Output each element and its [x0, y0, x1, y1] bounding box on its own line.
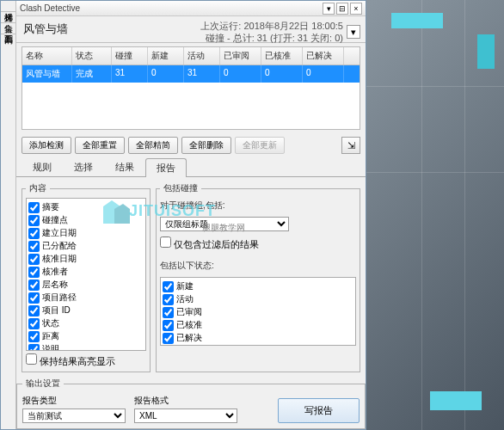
write-report-button[interactable]: 写报告 [278, 398, 360, 423]
report-format-label: 报告格式 [134, 395, 237, 407]
filtered-option[interactable]: 仅包含过滤后的结果 [160, 236, 356, 251]
list-item[interactable]: 已分配给 [28, 239, 144, 252]
list-item[interactable]: 项目 ID [28, 304, 144, 316]
list-item[interactable]: 碰撞点 [28, 213, 144, 226]
list-item[interactable]: 核准者 [28, 265, 144, 278]
checkbox[interactable] [28, 215, 40, 226]
report-type-select[interactable]: 当前测试 [22, 408, 126, 423]
tab-results[interactable]: 结果 [104, 157, 145, 176]
sidetab-selection-tree[interactable]: 选择树 [1, 1, 15, 12]
compact-all-button[interactable]: 全部精简 [128, 137, 178, 154]
checkbox[interactable] [28, 241, 40, 252]
col-resolved[interactable]: 已解决 [303, 47, 344, 64]
group-select[interactable]: 仅限组标题 [160, 217, 289, 231]
tests-grid: 名称 状态 碰撞 新建 活动 已审阅 已核准 已解决 风管与墙 完成 31 0 … [22, 46, 360, 130]
col-new[interactable]: 新建 [148, 47, 184, 64]
delete-all-button[interactable]: 全部删除 [181, 137, 231, 154]
group-label: 对于碰撞组,包括: [160, 200, 356, 212]
checkbox[interactable] [28, 344, 40, 351]
panel-title: Clash Detective [20, 3, 321, 13]
reset-all-button[interactable]: 全部重置 [75, 137, 125, 154]
sidetab-sets[interactable]: 集合 [1, 12, 15, 23]
list-item[interactable]: 距离 [28, 329, 144, 342]
detail-tabs: 规则 选择 结果 报告 [16, 157, 366, 177]
include-fieldset: 包括碰撞 对于碰撞组,包括: 仅限组标题 仅包含过滤后的结果 包括以下状态: 新… [156, 182, 360, 372]
clash-detective-panel: 选择树 集合 剖面工具 Clash Detective ▾ ⊟ × 风管与墙 上… [0, 0, 366, 430]
list-item[interactable]: 摘要 [28, 200, 144, 213]
checkbox[interactable] [28, 318, 40, 329]
output-legend: 输出设置 [22, 378, 64, 390]
close-icon[interactable]: × [350, 3, 362, 15]
import-export-button[interactable]: ⇲ [341, 137, 360, 154]
pin-icon[interactable]: ⊟ [336, 3, 348, 15]
checkbox[interactable] [28, 228, 40, 239]
checkbox[interactable] [163, 294, 174, 305]
expand-button[interactable]: ▾ [347, 25, 360, 39]
contents-fieldset: 内容 摘要碰撞点建立日期已分配给核准日期核准者层名称项目路径项目 ID状态距离说… [22, 182, 151, 372]
col-clashes[interactable]: 碰撞 [112, 47, 148, 64]
side-tab-strip: 选择树 集合 剖面工具 [1, 1, 16, 429]
checkbox[interactable] [28, 254, 40, 265]
filtered-checkbox[interactable] [160, 236, 171, 248]
list-item[interactable]: 活动 [163, 292, 353, 305]
checkbox[interactable] [28, 292, 40, 304]
list-item[interactable]: 层名称 [28, 278, 144, 291]
list-item[interactable]: 已审阅 [163, 305, 353, 318]
checkbox[interactable] [28, 331, 40, 342]
grid-blank [22, 83, 360, 129]
contents-legend: 内容 [26, 182, 50, 194]
checkbox[interactable] [163, 307, 174, 318]
update-all-button[interactable]: 全部更新 [235, 137, 285, 154]
tab-select[interactable]: 选择 [63, 157, 104, 176]
keep-highlight-option[interactable]: 保持结果高亮显示 [26, 353, 146, 368]
sidetab-section[interactable]: 剖面工具 [1, 23, 15, 34]
list-item[interactable]: 项目路径 [28, 291, 144, 304]
col-reviewed[interactable]: 已审阅 [220, 47, 261, 64]
list-item[interactable]: 建立日期 [28, 226, 144, 239]
col-name[interactable]: 名称 [22, 47, 72, 64]
tab-report[interactable]: 报告 [145, 158, 187, 177]
list-item[interactable]: 核准日期 [28, 252, 144, 265]
checkbox[interactable] [163, 320, 174, 331]
test-row[interactable]: 风管与墙 完成 31 0 31 0 0 0 [22, 65, 360, 83]
add-test-button[interactable]: 添加检测 [22, 137, 71, 154]
list-item[interactable]: 已解决 [163, 331, 353, 344]
last-run-label: 上次运行: 2018年8月22日 18:00:5 [200, 20, 343, 32]
report-type-label: 报告类型 [22, 395, 126, 407]
test-header: 风管与墙 上次运行: 2018年8月22日 18:00:5 碰撞 - 总计: 3… [16, 16, 366, 43]
states-label: 包括以下状态: [160, 260, 356, 272]
col-active[interactable]: 活动 [184, 47, 220, 64]
checkbox[interactable] [163, 281, 174, 292]
col-status[interactable]: 状态 [72, 47, 112, 64]
output-fieldset: 输出设置 报告类型 当前测试 报告格式 XML 写报告 [16, 378, 366, 429]
list-item[interactable]: 说明 [28, 342, 144, 351]
include-legend: 包括碰撞 [160, 182, 201, 194]
panel-titlebar: Clash Detective ▾ ⊟ × [16, 1, 366, 16]
list-item[interactable]: 新建 [163, 280, 353, 292]
checkbox[interactable] [163, 333, 174, 344]
checkbox[interactable] [28, 305, 40, 316]
states-list[interactable]: 新建活动已审阅已核准已解决 [160, 277, 356, 346]
list-item[interactable]: 状态 [28, 316, 144, 329]
grid-header: 名称 状态 碰撞 新建 活动 已审阅 已核准 已解决 [22, 47, 360, 65]
report-format-select[interactable]: XML [134, 408, 237, 423]
keep-highlight-checkbox[interactable] [26, 353, 37, 365]
clash-summary: 碰撞 - 总计: 31 (打开: 31 关闭: 0) [200, 32, 343, 44]
checkbox[interactable] [28, 267, 40, 278]
list-item[interactable]: 已核准 [163, 318, 353, 331]
contents-list[interactable]: 摘要碰撞点建立日期已分配给核准日期核准者层名称项目路径项目 ID状态距离说明注释… [26, 198, 146, 351]
tests-toolbar: 添加检测 全部重置 全部精简 全部删除 全部更新 ⇲ [16, 133, 366, 157]
checkbox[interactable] [28, 280, 40, 291]
tab-rules[interactable]: 规则 [22, 157, 63, 176]
dropdown-icon[interactable]: ▾ [323, 3, 335, 15]
checkbox[interactable] [28, 202, 40, 213]
col-approved[interactable]: 已核准 [261, 47, 303, 64]
